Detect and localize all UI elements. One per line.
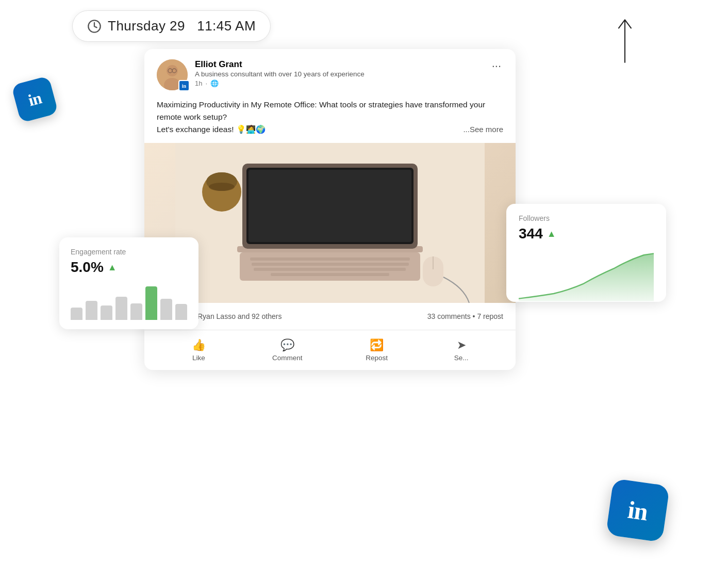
like-icon: 👍 [192,339,206,352]
engagement-value: 5.0% ▲ [71,259,187,276]
globe-icon: 🌐 [210,79,219,87]
post-card: in Elliot Grant A business consultant wi… [144,49,516,370]
avatar-badge-text: in [182,83,186,89]
see-more-link[interactable]: ...See more [463,123,503,135]
bar-item [160,299,172,320]
bar-item [101,305,112,320]
author-bio: A business consultant with over 10 years… [195,70,483,78]
followers-value: 344 ▲ [519,225,654,242]
comment-icon: 💬 [280,339,294,352]
clock-day: Thursday 29 [108,18,185,34]
followers-number: 344 [519,225,543,242]
like-button[interactable]: 👍 Like [178,333,219,367]
avatar-wrap: in [157,59,188,90]
repost-button[interactable]: 🔁 Repost [355,333,398,367]
comment-button[interactable]: 💬 Comment [262,333,313,367]
followers-chart [519,250,654,302]
followers-label: Followers [519,214,654,222]
bar-item [130,303,142,320]
engagement-card: Engagement rate 5.0% ▲ [59,237,198,329]
svg-rect-20 [249,170,411,242]
post-body: Maximizing Productivity in My Remote Off… [144,96,516,143]
author-name: Elliot Grant [195,59,483,70]
linkedin-icon-bottomright: in [606,478,670,542]
laptop-illustration [175,143,485,303]
bar-item [175,304,187,320]
avatar-linkedin-badge: in [178,80,190,91]
post-text: Maximizing Productivity in My Remote Off… [157,99,503,136]
arrow-up-decoration [607,15,643,69]
send-label: Se... [454,354,469,362]
post-meta: Elliot Grant A business consultant with … [195,59,483,87]
like-label: Like [192,354,205,362]
post-time-value: 1h [195,79,202,87]
followers-card: Followers 344 ▲ [506,204,666,302]
post-reactions: 👍 ❤️ 👏 Ryan Lasso and 92 others 33 comme… [144,303,516,330]
clock-text: Thursday 29 11:45 AM [108,18,256,34]
engagement-up-arrow: ▲ [108,262,117,273]
reposts-count: 7 repost [477,312,503,320]
send-icon: ➤ [457,339,466,352]
reaction-text: Ryan Lasso and 92 others [197,312,423,320]
clock-pill: Thursday 29 11:45 AM [72,10,271,42]
scene: Thursday 29 11:45 AM in [0,0,728,580]
linkedin-brand-br: in [626,495,649,526]
bar-chart [71,284,187,320]
svg-rect-16 [254,268,406,271]
bar-item [71,308,82,320]
arrow-up-svg [607,15,643,67]
svg-rect-14 [250,257,410,261]
engagement-number: 5.0% [71,259,104,276]
engagement-label: Engagement rate [71,248,187,256]
svg-rect-13 [240,252,420,281]
send-button[interactable]: ➤ Se... [441,333,482,367]
time-dot: · [205,79,207,87]
reaction-counts: 33 comments • 7 repost [427,312,503,320]
post-actions: 👍 Like 💬 Comment 🔁 Repost ➤ Se... [144,330,516,370]
svg-rect-15 [252,263,409,266]
bar-item [145,286,157,320]
repost-label: Repost [366,354,388,362]
post-time: 1h · 🌐 [195,79,483,87]
comment-label: Comment [272,354,303,362]
clock-time: 11:45 AM [197,18,256,34]
post-image [144,143,516,303]
linkedin-brand-tl: in [26,88,43,110]
post-header: in Elliot Grant A business consultant wi… [144,49,516,96]
repost-icon: 🔁 [370,339,384,352]
followers-line-chart [519,250,654,302]
comments-count: 33 comments [427,312,471,320]
bar-item [86,301,97,320]
post-more-button[interactable]: ··· [490,59,503,73]
clock-icon [87,19,102,34]
svg-rect-17 [271,273,389,276]
followers-up-arrow: ▲ [547,229,556,239]
bar-item [115,297,127,320]
svg-point-11 [209,183,235,191]
